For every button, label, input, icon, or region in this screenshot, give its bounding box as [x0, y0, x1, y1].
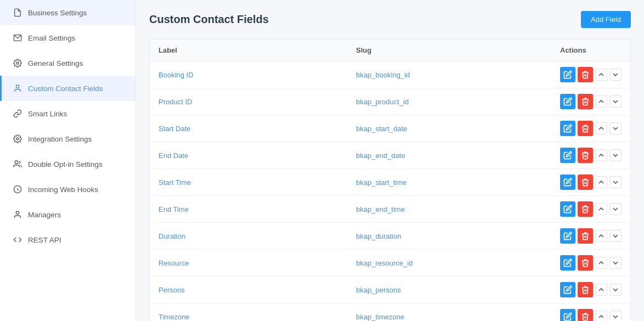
edit-button[interactable]	[560, 201, 575, 217]
move-up-button[interactable]	[595, 203, 607, 215]
fields-table-container: Label Slug Actions Booking IDbkap_bookin…	[149, 39, 631, 321]
col-header-slug: Slug	[347, 40, 551, 61]
delete-button[interactable]	[578, 94, 593, 109]
table-row: Resourcebkap_resource_id	[150, 250, 630, 277]
user2-icon	[13, 159, 22, 169]
row-actions	[551, 115, 630, 142]
move-down-button[interactable]	[609, 122, 622, 134]
move-up-button[interactable]	[595, 311, 607, 321]
move-up-button[interactable]	[595, 69, 607, 81]
row-actions	[551, 61, 630, 88]
row-actions	[551, 250, 630, 277]
move-down-button[interactable]	[609, 284, 622, 296]
row-slug: bkap_end_time	[347, 196, 551, 223]
sidebar-item-label: Managers	[28, 211, 61, 219]
svg-point-5	[16, 211, 19, 214]
sidebar-item-label: Email Settings	[28, 34, 75, 42]
move-down-button[interactable]	[609, 176, 622, 188]
sidebar-item-managers[interactable]: Managers	[0, 202, 135, 227]
move-down-button[interactable]	[609, 257, 622, 269]
sidebar-item-custom-contact-fields[interactable]: Custom Contact Fields	[0, 76, 135, 101]
actions-cell	[560, 309, 622, 321]
sidebar-item-email-settings[interactable]: Email Settings	[0, 25, 135, 50]
sidebar-item-incoming-web-hooks[interactable]: Incoming Web Hooks	[0, 177, 135, 202]
move-up-button[interactable]	[595, 122, 607, 134]
edit-button[interactable]	[560, 228, 575, 244]
delete-button[interactable]	[578, 309, 593, 321]
row-actions	[551, 142, 630, 169]
row-slug: bkap_end_date	[347, 142, 551, 169]
delete-button[interactable]	[578, 174, 593, 190]
actions-cell	[560, 282, 622, 297]
delete-button[interactable]	[578, 67, 593, 82]
sidebar-item-business-settings[interactable]: Business Settings	[0, 0, 135, 25]
gear-icon	[13, 58, 22, 68]
actions-cell	[560, 121, 622, 136]
table-row: Start Timebkap_start_time	[150, 169, 630, 196]
move-down-button[interactable]	[609, 203, 622, 215]
table-row: Timezonebkap_timezone	[150, 303, 630, 322]
table-row: End Datebkap_end_date	[150, 142, 630, 169]
row-slug: bkap_product_id	[347, 88, 551, 115]
sidebar-item-integration-settings[interactable]: Integration Settings	[0, 126, 135, 151]
move-down-button[interactable]	[609, 69, 622, 81]
move-up-button[interactable]	[595, 176, 607, 188]
move-down-button[interactable]	[609, 230, 622, 242]
delete-button[interactable]	[578, 121, 593, 136]
sidebar-item-label: Smart Links	[28, 110, 67, 118]
row-slug: bkap_start_time	[347, 169, 551, 196]
svg-point-4	[15, 161, 18, 164]
settings-icon	[13, 134, 22, 144]
delete-button[interactable]	[578, 282, 593, 297]
move-down-button[interactable]	[609, 95, 622, 108]
actions-cell	[560, 94, 622, 109]
sidebar-item-general-settings[interactable]: General Settings	[0, 50, 135, 76]
row-actions	[551, 196, 630, 223]
sidebar-item-rest-api[interactable]: REST API	[0, 227, 135, 252]
move-down-button[interactable]	[609, 149, 622, 161]
actions-cell	[560, 255, 622, 271]
delete-button[interactable]	[578, 148, 593, 163]
edit-button[interactable]	[560, 94, 575, 109]
row-actions	[551, 88, 630, 115]
move-up-button[interactable]	[595, 257, 607, 269]
table-row: Durationbkap_duration	[150, 223, 630, 250]
row-label: Booking ID	[150, 61, 347, 88]
sidebar-item-double-optin[interactable]: Double Opt-in Settings	[0, 151, 135, 177]
move-up-button[interactable]	[595, 230, 607, 242]
sidebar-item-label: Double Opt-in Settings	[28, 160, 103, 168]
col-header-label: Label	[150, 40, 347, 61]
delete-button[interactable]	[578, 201, 593, 217]
move-down-button[interactable]	[609, 311, 622, 321]
move-up-button[interactable]	[595, 284, 607, 296]
edit-button[interactable]	[560, 174, 575, 190]
actions-cell	[560, 174, 622, 190]
fields-table: Label Slug Actions Booking IDbkap_bookin…	[150, 40, 630, 321]
table-row: Start Datebkap_start_date	[150, 115, 630, 142]
row-label: Product ID	[150, 88, 347, 115]
add-field-button[interactable]: Add Field	[581, 11, 631, 28]
person-icon	[13, 210, 22, 219]
svg-point-1	[16, 62, 19, 64]
row-label: Persons	[150, 277, 347, 303]
sidebar-item-smart-links[interactable]: Smart Links	[0, 101, 135, 126]
col-header-actions: Actions	[551, 40, 630, 61]
sidebar: Business SettingsEmail SettingsGeneral S…	[0, 0, 136, 321]
edit-button[interactable]	[560, 255, 575, 271]
delete-button[interactable]	[578, 255, 593, 271]
row-label: End Time	[150, 196, 347, 223]
table-header: Label Slug Actions	[150, 40, 630, 61]
edit-button[interactable]	[560, 67, 575, 82]
table-body: Booking IDbkap_booking_idProduct IDbkap_…	[150, 61, 630, 322]
edit-button[interactable]	[560, 282, 575, 297]
row-label: Start Date	[150, 115, 347, 142]
file-icon	[13, 8, 22, 18]
edit-button[interactable]	[560, 309, 575, 321]
move-up-button[interactable]	[595, 149, 607, 161]
row-label: Duration	[150, 223, 347, 250]
edit-button[interactable]	[560, 148, 575, 163]
delete-button[interactable]	[578, 228, 593, 244]
sidebar-item-label: REST API	[28, 236, 61, 244]
edit-button[interactable]	[560, 121, 575, 136]
move-up-button[interactable]	[595, 95, 607, 108]
